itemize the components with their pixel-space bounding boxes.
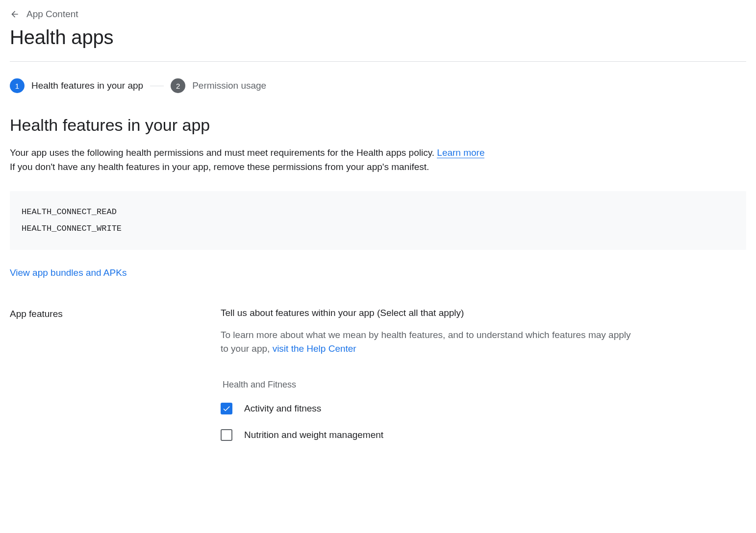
field-title: Tell us about features within your app (… xyxy=(221,308,637,318)
step-health-features[interactable]: 1 Health features in your app xyxy=(10,78,143,93)
step-badge: 1 xyxy=(10,78,25,93)
help-center-link[interactable]: visit the Help Center xyxy=(273,343,356,354)
breadcrumb-label[interactable]: App Content xyxy=(26,9,78,20)
checkbox-unchecked-icon xyxy=(221,429,232,441)
section-description: Your app uses the following health permi… xyxy=(10,145,746,174)
desc-text: Your app uses the following health permi… xyxy=(10,147,437,158)
view-bundles-link[interactable]: View app bundles and APKs xyxy=(10,267,126,278)
permissions-code-block: HEALTH_CONNECT_READ HEALTH_CONNECT_WRITE xyxy=(10,191,746,250)
step-connector xyxy=(150,86,164,86)
checkbox-checked-icon xyxy=(221,403,232,414)
app-features-row: App features Tell us about features with… xyxy=(10,308,746,441)
checkbox-label: Activity and fitness xyxy=(244,403,321,414)
checkbox-nutrition-weight[interactable]: Nutrition and weight management xyxy=(221,429,637,441)
back-arrow-icon[interactable] xyxy=(10,9,20,19)
step-label: Permission usage xyxy=(192,80,266,91)
step-badge: 2 xyxy=(171,78,185,93)
form-label: App features xyxy=(10,308,221,319)
breadcrumb: App Content xyxy=(10,9,746,20)
step-permission-usage[interactable]: 2 Permission usage xyxy=(171,78,266,93)
field-hint: To learn more about what we mean by heal… xyxy=(221,328,637,356)
checkbox-label: Nutrition and weight management xyxy=(244,430,383,440)
page-title: Health apps xyxy=(10,26,746,48)
permission-entry: HEALTH_CONNECT_READ xyxy=(22,204,734,220)
checkbox-activity-fitness[interactable]: Activity and fitness xyxy=(221,403,637,414)
step-label: Health features in your app xyxy=(31,80,143,91)
checkbox-group-label: Health and Fitness xyxy=(223,380,637,390)
desc-text-line2: If you don't have any health features in… xyxy=(10,162,429,172)
section-title: Health features in your app xyxy=(10,116,746,135)
stepper: 1 Health features in your app 2 Permissi… xyxy=(10,78,746,93)
divider xyxy=(10,61,746,62)
permission-entry: HEALTH_CONNECT_WRITE xyxy=(22,220,734,237)
learn-more-link[interactable]: Learn more xyxy=(437,147,484,158)
